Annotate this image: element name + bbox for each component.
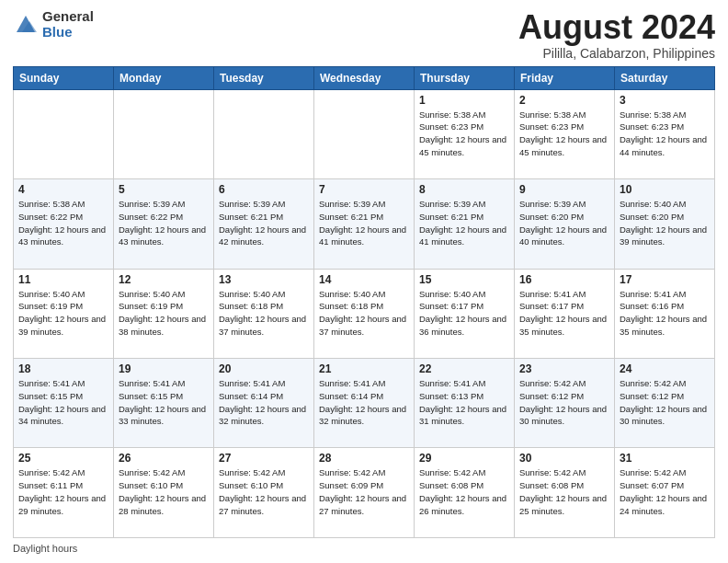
day-info: Sunrise: 5:42 AM Sunset: 6:12 PM Dayligh… [620,377,710,428]
calendar-cell: 19Sunrise: 5:41 AM Sunset: 6:15 PM Dayli… [114,359,214,448]
calendar-week-1: 1Sunrise: 5:38 AM Sunset: 6:23 PM Daylig… [14,89,715,178]
calendar-cell: 31Sunrise: 5:42 AM Sunset: 6:07 PM Dayli… [615,448,715,538]
day-number: 13 [219,273,309,286]
calendar-cell: 12Sunrise: 5:40 AM Sunset: 6:19 PM Dayli… [114,269,214,358]
page: General Blue August 2024 Pililla, Calaba… [0,0,728,563]
day-info: Sunrise: 5:42 AM Sunset: 6:10 PM Dayligh… [119,466,209,517]
footer-note: Daylight hours [13,543,715,554]
calendar-cell: 29Sunrise: 5:42 AM Sunset: 6:08 PM Dayli… [415,448,515,538]
day-info: Sunrise: 5:39 AM Sunset: 6:22 PM Dayligh… [119,198,209,248]
calendar-cell: 7Sunrise: 5:39 AM Sunset: 6:21 PM Daylig… [314,179,415,269]
logo-icon [13,12,39,38]
day-number: 4 [18,183,108,196]
day-number: 11 [18,273,108,286]
day-info: Sunrise: 5:40 AM Sunset: 6:18 PM Dayligh… [219,288,309,339]
calendar-week-2: 4Sunrise: 5:38 AM Sunset: 6:22 PM Daylig… [14,179,715,269]
day-number: 15 [419,273,509,286]
column-header-monday: Monday [114,66,214,89]
calendar-cell: 14Sunrise: 5:40 AM Sunset: 6:18 PM Dayli… [314,269,415,358]
column-header-sunday: Sunday [14,66,114,89]
calendar-cell: 28Sunrise: 5:42 AM Sunset: 6:09 PM Dayli… [314,448,415,538]
calendar-cell: 11Sunrise: 5:40 AM Sunset: 6:19 PM Dayli… [14,269,114,358]
day-info: Sunrise: 5:41 AM Sunset: 6:14 PM Dayligh… [319,377,409,428]
calendar-cell [14,89,114,178]
day-number: 8 [419,183,509,196]
day-info: Sunrise: 5:42 AM Sunset: 6:08 PM Dayligh… [519,466,609,517]
day-info: Sunrise: 5:39 AM Sunset: 6:21 PM Dayligh… [419,198,509,248]
calendar-cell: 16Sunrise: 5:41 AM Sunset: 6:17 PM Dayli… [515,269,615,358]
day-info: Sunrise: 5:41 AM Sunset: 6:14 PM Dayligh… [219,377,309,428]
day-info: Sunrise: 5:38 AM Sunset: 6:23 PM Dayligh… [620,109,710,159]
column-header-saturday: Saturday [615,66,715,89]
logo: General Blue [13,9,94,40]
calendar-location: Pililla, Calabarzon, Philippines [518,46,715,61]
logo-blue: Blue [42,25,94,40]
day-number: 18 [18,362,108,375]
calendar-cell: 21Sunrise: 5:41 AM Sunset: 6:14 PM Dayli… [314,359,415,448]
day-number: 12 [119,273,209,286]
day-number: 3 [620,94,710,107]
day-number: 17 [620,273,710,286]
day-number: 28 [319,452,409,465]
day-number: 10 [620,183,710,196]
day-number: 25 [18,452,108,465]
calendar-cell: 18Sunrise: 5:41 AM Sunset: 6:15 PM Dayli… [14,359,114,448]
day-number: 7 [319,183,409,196]
day-number: 26 [119,452,209,465]
calendar-cell [114,89,214,178]
column-header-wednesday: Wednesday [314,66,415,89]
calendar-cell: 30Sunrise: 5:42 AM Sunset: 6:08 PM Dayli… [515,448,615,538]
day-info: Sunrise: 5:42 AM Sunset: 6:10 PM Dayligh… [219,466,309,517]
calendar-cell: 5Sunrise: 5:39 AM Sunset: 6:22 PM Daylig… [114,179,214,269]
day-number: 1 [419,94,509,107]
calendar-cell: 26Sunrise: 5:42 AM Sunset: 6:10 PM Dayli… [114,448,214,538]
day-info: Sunrise: 5:39 AM Sunset: 6:21 PM Dayligh… [219,198,309,248]
calendar-header-row: SundayMondayTuesdayWednesdayThursdayFrid… [14,66,715,89]
calendar-cell: 15Sunrise: 5:40 AM Sunset: 6:17 PM Dayli… [415,269,515,358]
calendar-cell: 8Sunrise: 5:39 AM Sunset: 6:21 PM Daylig… [415,179,515,269]
day-info: Sunrise: 5:42 AM Sunset: 6:07 PM Dayligh… [620,466,710,517]
day-info: Sunrise: 5:42 AM Sunset: 6:11 PM Dayligh… [18,466,108,517]
calendar-cell: 1Sunrise: 5:38 AM Sunset: 6:23 PM Daylig… [415,89,515,178]
day-info: Sunrise: 5:42 AM Sunset: 6:12 PM Dayligh… [519,377,609,428]
day-info: Sunrise: 5:39 AM Sunset: 6:21 PM Dayligh… [319,198,409,248]
day-info: Sunrise: 5:40 AM Sunset: 6:19 PM Dayligh… [18,288,108,339]
day-info: Sunrise: 5:41 AM Sunset: 6:13 PM Dayligh… [419,377,509,428]
calendar-cell: 2Sunrise: 5:38 AM Sunset: 6:23 PM Daylig… [515,89,615,178]
day-info: Sunrise: 5:41 AM Sunset: 6:17 PM Dayligh… [519,288,609,339]
calendar-cell [214,89,314,178]
day-info: Sunrise: 5:40 AM Sunset: 6:19 PM Dayligh… [119,288,209,339]
day-number: 14 [319,273,409,286]
daylight-label: Daylight hours [13,543,77,554]
logo-text: General Blue [42,9,94,40]
day-number: 27 [219,452,309,465]
column-header-friday: Friday [515,66,615,89]
day-number: 2 [519,94,609,107]
calendar-title: August 2024 [518,9,715,46]
day-number: 30 [519,452,609,465]
day-info: Sunrise: 5:40 AM Sunset: 6:18 PM Dayligh… [319,288,409,339]
title-block: August 2024 Pililla, Calabarzon, Philipp… [518,9,715,61]
calendar-cell: 23Sunrise: 5:42 AM Sunset: 6:12 PM Dayli… [515,359,615,448]
day-number: 9 [519,183,609,196]
day-number: 19 [119,362,209,375]
day-number: 23 [519,362,609,375]
calendar-cell: 27Sunrise: 5:42 AM Sunset: 6:10 PM Dayli… [214,448,314,538]
calendar-cell: 9Sunrise: 5:39 AM Sunset: 6:20 PM Daylig… [515,179,615,269]
calendar-cell: 10Sunrise: 5:40 AM Sunset: 6:20 PM Dayli… [615,179,715,269]
calendar-cell: 17Sunrise: 5:41 AM Sunset: 6:16 PM Dayli… [615,269,715,358]
day-number: 5 [119,183,209,196]
calendar-cell [314,89,415,178]
day-info: Sunrise: 5:42 AM Sunset: 6:09 PM Dayligh… [319,466,409,517]
day-number: 21 [319,362,409,375]
day-number: 6 [219,183,309,196]
calendar-cell: 24Sunrise: 5:42 AM Sunset: 6:12 PM Dayli… [615,359,715,448]
calendar-cell: 3Sunrise: 5:38 AM Sunset: 6:23 PM Daylig… [615,89,715,178]
calendar-week-4: 18Sunrise: 5:41 AM Sunset: 6:15 PM Dayli… [14,359,715,448]
calendar-week-3: 11Sunrise: 5:40 AM Sunset: 6:19 PM Dayli… [14,269,715,358]
calendar-cell: 25Sunrise: 5:42 AM Sunset: 6:11 PM Dayli… [14,448,114,538]
day-info: Sunrise: 5:40 AM Sunset: 6:17 PM Dayligh… [419,288,509,339]
calendar-cell: 20Sunrise: 5:41 AM Sunset: 6:14 PM Dayli… [214,359,314,448]
column-header-tuesday: Tuesday [214,66,314,89]
day-info: Sunrise: 5:41 AM Sunset: 6:15 PM Dayligh… [18,377,108,428]
